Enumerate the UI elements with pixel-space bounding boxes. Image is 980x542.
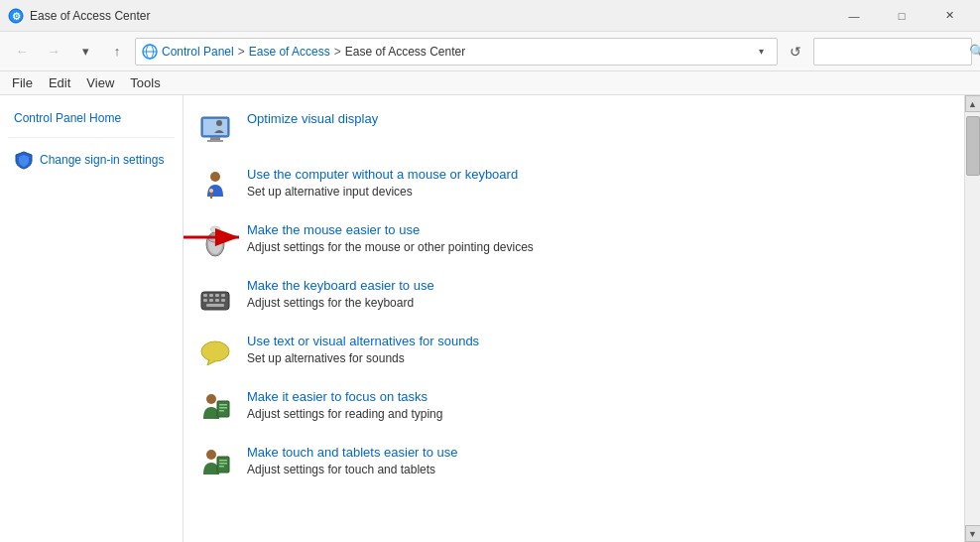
svg-rect-32: [219, 404, 227, 406]
content-scroll: Optimize visual display Use the computer…: [184, 95, 964, 542]
breadcrumb-part3: Ease of Access Center: [345, 45, 465, 59]
breadcrumb-sep1: >: [238, 45, 245, 59]
list-item: Make it easier to focus on tasks Adjust …: [191, 381, 948, 437]
search-box[interactable]: 🔍: [813, 38, 972, 66]
speech-bubble-svg-icon: [197, 336, 233, 371]
maximize-button[interactable]: □: [879, 0, 924, 32]
window-icon: ⚙: [8, 8, 24, 24]
window-controls: — □ ✕: [831, 0, 972, 32]
svg-rect-23: [221, 294, 225, 297]
menu-tools[interactable]: Tools: [122, 73, 168, 92]
sound-alternatives-desc: Set up alternatives for sounds: [247, 351, 405, 365]
close-button[interactable]: ✕: [926, 0, 972, 32]
up-button[interactable]: ↑: [103, 38, 131, 66]
svg-point-17: [208, 234, 222, 242]
svg-rect-7: [210, 137, 220, 140]
sidebar: Control Panel Home Change sign-in settin…: [0, 95, 184, 542]
window-title: Ease of Access Center: [30, 9, 831, 23]
mouse-icon-container: [195, 222, 235, 262]
sound-alternatives-link[interactable]: Use text or visual alternatives for soun…: [247, 334, 944, 348]
search-input[interactable]: [820, 45, 969, 59]
optimize-visual-icon: [195, 111, 235, 151]
svg-rect-8: [207, 140, 223, 142]
menu-bar: File Edit View Tools: [0, 71, 980, 95]
svg-rect-27: [221, 299, 225, 302]
scrollbar-thumb[interactable]: [966, 116, 980, 176]
person-tablet-svg-icon: [197, 447, 233, 482]
keyboard-easier-desc: Adjust settings for the keyboard: [247, 296, 414, 310]
breadcrumb-part1[interactable]: Control Panel: [162, 45, 234, 59]
menu-edit[interactable]: Edit: [41, 73, 78, 92]
mouse-easier-text: Make the mouse easier to use Adjust sett…: [247, 222, 944, 254]
svg-rect-28: [206, 304, 224, 307]
sidebar-control-panel-home[interactable]: Control Panel Home: [8, 107, 175, 129]
focus-tasks-text: Make it easier to focus on tasks Adjust …: [247, 389, 944, 421]
list-item: Use the computer without a mouse or keyb…: [191, 159, 948, 214]
sidebar-signin-label: Change sign-in settings: [40, 153, 164, 167]
mouse-easier-desc: Adjust settings for the mouse or other p…: [247, 240, 534, 254]
shield-icon: [14, 150, 34, 170]
no-mouse-keyboard-icon: [195, 167, 235, 206]
no-mouse-keyboard-link[interactable]: Use the computer without a mouse or keyb…: [247, 167, 944, 182]
svg-rect-36: [217, 457, 229, 473]
svg-rect-39: [219, 466, 224, 468]
mouse-easier-link[interactable]: Make the mouse easier to use: [247, 222, 944, 237]
touch-tablets-text: Make touch and tablets easier to use Adj…: [247, 445, 944, 476]
scrollbar-track-area: [965, 112, 980, 525]
dropdown-recent-button[interactable]: ▾: [71, 38, 99, 66]
focus-tasks-icon-container: [195, 389, 235, 429]
touch-tablets-desc: Adjust settings for touch and tablets: [247, 463, 435, 476]
keyboard-easier-text: Make the keyboard easier to use Adjust s…: [247, 278, 944, 310]
focus-tasks-link[interactable]: Make it easier to focus on tasks: [247, 389, 944, 404]
breadcrumb-part2[interactable]: Ease of Access: [249, 45, 330, 59]
address-bar: ← → ▾ ↑ Control Panel > Ease of Access >…: [0, 32, 980, 71]
address-dropdown-button[interactable]: ▾: [751, 39, 771, 65]
forward-button[interactable]: →: [40, 38, 67, 66]
person-book-svg-icon: [197, 391, 233, 427]
scrollbar-up-button[interactable]: ▲: [965, 95, 981, 112]
svg-point-30: [206, 394, 216, 404]
touch-tablets-link[interactable]: Make touch and tablets easier to use: [247, 445, 944, 460]
svg-rect-22: [215, 294, 219, 297]
breadcrumb-sep2: >: [334, 45, 341, 59]
list-item: Make the mouse easier to use Adjust sett…: [191, 214, 948, 270]
globe-icon: [142, 44, 158, 60]
svg-rect-20: [203, 294, 207, 297]
svg-point-18: [210, 226, 220, 232]
menu-file[interactable]: File: [4, 73, 41, 92]
optimize-visual-text: Optimize visual display: [247, 111, 944, 128]
no-mouse-keyboard-text: Use the computer without a mouse or keyb…: [247, 167, 944, 199]
scrollbar[interactable]: ▲ ▼: [964, 95, 980, 542]
list-item: Optimize visual display: [191, 103, 948, 159]
svg-rect-21: [209, 294, 213, 297]
minimize-button[interactable]: —: [831, 0, 877, 32]
address-input[interactable]: Control Panel > Ease of Access > Ease of…: [135, 38, 778, 66]
mouse-svg-icon: [197, 224, 233, 260]
svg-rect-31: [217, 401, 229, 417]
svg-point-29: [201, 341, 229, 361]
person-svg-icon: [197, 169, 233, 204]
keyboard-easier-link[interactable]: Make the keyboard easier to use: [247, 278, 944, 293]
monitor-svg-icon: [197, 113, 233, 149]
breadcrumb: Control Panel > Ease of Access > Ease of…: [162, 45, 751, 59]
svg-point-9: [216, 120, 222, 126]
optimize-visual-link[interactable]: Optimize visual display: [247, 111, 944, 126]
list-item: Make touch and tablets easier to use Adj…: [191, 437, 948, 492]
keyboard-icon-container: [195, 278, 235, 318]
content-area: Optimize visual display Use the computer…: [184, 95, 980, 542]
back-button[interactable]: ←: [8, 38, 36, 66]
refresh-button[interactable]: ↺: [782, 38, 809, 66]
main-layout: Control Panel Home Change sign-in settin…: [0, 95, 980, 542]
svg-rect-26: [215, 299, 219, 302]
title-bar: ⚙ Ease of Access Center — □ ✕: [0, 0, 980, 32]
focus-tasks-desc: Adjust settings for reading and typing: [247, 407, 442, 421]
menu-view[interactable]: View: [78, 73, 122, 92]
scrollbar-down-button[interactable]: ▼: [965, 525, 981, 542]
search-button[interactable]: 🔍: [969, 44, 980, 59]
svg-rect-37: [219, 460, 227, 462]
svg-rect-33: [219, 407, 227, 409]
svg-text:⚙: ⚙: [12, 11, 21, 22]
touch-tablets-icon-container: [195, 445, 235, 484]
sidebar-change-signin[interactable]: Change sign-in settings: [8, 146, 175, 174]
list-item: Use text or visual alternatives for soun…: [191, 326, 948, 381]
